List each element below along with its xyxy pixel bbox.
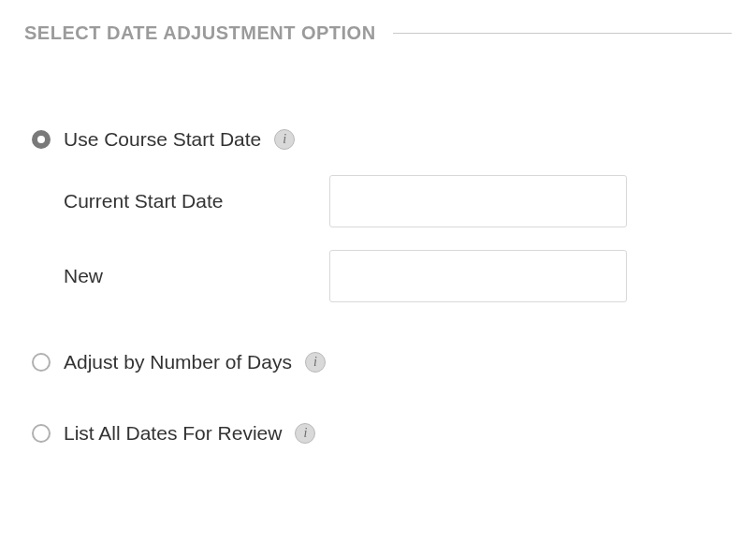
field-current-start-date: Current Start Date	[64, 175, 732, 227]
option-label-list-all-dates: List All Dates For Review	[64, 422, 282, 445]
date-adjustment-panel: SELECT DATE ADJUSTMENT OPTION Use Course…	[0, 0, 756, 491]
info-icon[interactable]: i	[295, 423, 315, 444]
current-start-date-label: Current Start Date	[64, 190, 307, 212]
new-start-date-label: New	[64, 265, 307, 287]
radio-use-course-start-date[interactable]	[32, 130, 51, 149]
option-use-course-start-date[interactable]: Use Course Start Date i	[24, 128, 732, 151]
radio-adjust-by-days[interactable]	[32, 353, 51, 372]
radio-dot-icon	[37, 136, 45, 143]
use-course-start-date-fields: Current Start Date New	[24, 175, 732, 302]
radio-list-all-dates[interactable]	[32, 424, 51, 443]
info-icon[interactable]: i	[305, 352, 326, 373]
option-label-adjust-by-days: Adjust by Number of Days	[64, 351, 292, 373]
current-start-date-input[interactable]	[329, 175, 627, 227]
option-list-all-dates[interactable]: List All Dates For Review i	[24, 422, 732, 445]
section-header: SELECT DATE ADJUSTMENT OPTION	[24, 22, 732, 44]
new-start-date-input[interactable]	[329, 250, 627, 302]
field-new-start-date: New	[64, 250, 732, 302]
option-label-use-course-start-date: Use Course Start Date	[64, 128, 261, 151]
section-divider	[393, 33, 732, 34]
option-adjust-by-days[interactable]: Adjust by Number of Days i	[24, 351, 732, 373]
section-title: SELECT DATE ADJUSTMENT OPTION	[24, 22, 376, 44]
info-icon[interactable]: i	[274, 129, 295, 150]
